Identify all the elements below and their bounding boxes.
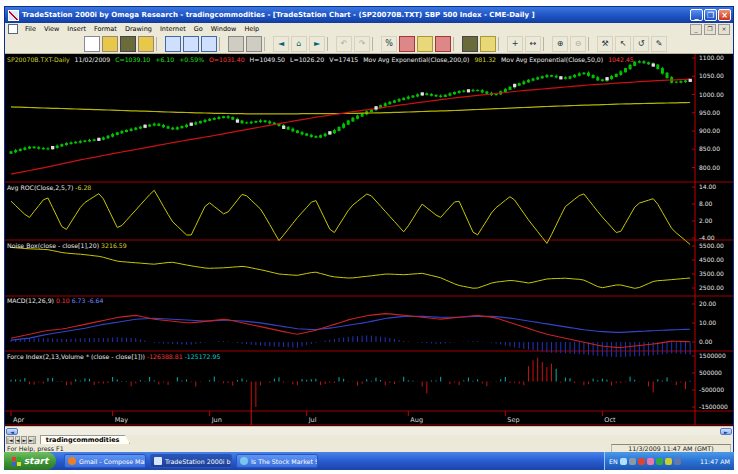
change-value: +6.10: [155, 56, 174, 63]
menu-go[interactable]: Go: [190, 25, 207, 33]
cursor-cross-icon[interactable]: +: [507, 36, 523, 52]
tray-icon-6[interactable]: [674, 458, 681, 465]
axis-tick-label: 500000: [699, 369, 722, 376]
macd-diff-value: -6.64: [87, 297, 103, 304]
axis-tick-label: 1000.00: [699, 91, 724, 98]
toolbar-separator: [219, 37, 225, 51]
new-data-window-icon[interactable]: [201, 36, 217, 52]
month-start-marker: [97, 138, 100, 141]
tray-icon-4[interactable]: [656, 458, 663, 465]
force-value-1: -126388.81: [147, 353, 183, 360]
chart-area[interactable]: 1100.001050.001000.00950.00900.00850.008…: [5, 54, 733, 426]
month-start-marker: [236, 120, 239, 123]
scroll-left-button[interactable]: ◄: [6, 428, 18, 435]
menu-internet[interactable]: Internet: [156, 25, 190, 33]
start-button[interactable]: start: [4, 452, 56, 470]
tray-icon-3[interactable]: [647, 458, 654, 465]
roc-pane-label: Avg ROC(Close,2,5,7) -6.28: [7, 184, 91, 191]
axis-tick-label: -1500000: [699, 403, 728, 410]
tray-icon-2[interactable]: [638, 458, 645, 465]
close-workspace-icon[interactable]: [138, 36, 154, 52]
save-workspace-icon[interactable]: [120, 36, 136, 52]
month-start-marker: [467, 89, 470, 92]
cursor-bars-icon[interactable]: ↔: [525, 36, 541, 52]
format-window-icon[interactable]: [417, 36, 433, 52]
tools-icon[interactable]: ⚒: [597, 36, 613, 52]
low-value: L=1026.20: [290, 56, 324, 63]
axis-tick-label: 950.00: [699, 109, 720, 116]
internet-forward-icon[interactable]: ►: [309, 36, 325, 52]
tab-nav-button-1[interactable]: ◄: [15, 436, 21, 444]
volume-value: V=17415: [329, 56, 358, 63]
redo-zoom-icon: ↷: [354, 36, 370, 52]
toolbar: ◄⌂►↶↷%+↔⊕⊖⚒↖↺✎: [5, 35, 733, 54]
noise-value: 3216.59: [101, 242, 127, 249]
axis-tick-label: 1500000: [699, 352, 726, 359]
toolbar-separator: [372, 37, 378, 51]
menu-help[interactable]: Help: [240, 25, 263, 33]
axis-tick-label: 900.00: [699, 127, 720, 134]
month-label: Oct: [604, 416, 616, 424]
drawing-tools-icon[interactable]: ✎: [651, 36, 667, 52]
insert-analysis-icon[interactable]: [399, 36, 415, 52]
child-minimize-button[interactable]: _: [690, 24, 702, 35]
month-start-marker: [374, 106, 377, 109]
undo-icon[interactable]: ↺: [633, 36, 649, 52]
tray-icon-5[interactable]: [665, 458, 672, 465]
new-chart-window-icon[interactable]: [165, 36, 181, 52]
chart-canvas[interactable]: 1100.001050.001000.00950.00900.00850.008…: [5, 54, 733, 426]
pointer-icon[interactable]: ↖: [615, 36, 631, 52]
month-start-marker: [328, 131, 331, 134]
month-label: Aug: [410, 416, 423, 424]
bar-date: 11/02/2009: [75, 56, 111, 63]
taskbar-button-tradestation[interactable]: TradeStation 2000i b...: [150, 454, 232, 468]
axis-tick-label: 5500.00: [699, 242, 724, 249]
month-label: Jul: [308, 416, 317, 424]
open-workspace-icon[interactable]: [102, 36, 118, 52]
tab-nav-button-3[interactable]: ►|: [28, 436, 36, 444]
tab-tradingcommodities[interactable]: tradingcommodities: [40, 435, 131, 445]
snapshot-icon[interactable]: [480, 36, 496, 52]
menu-format[interactable]: Format: [90, 25, 121, 33]
close-value: C=1039.10: [115, 56, 150, 63]
internet-home-icon[interactable]: ⌂: [291, 36, 307, 52]
new-quote-window-icon[interactable]: [183, 36, 199, 52]
zoom-in-icon[interactable]: ⊕: [552, 36, 568, 52]
child-close-button[interactable]: ×: [718, 24, 730, 35]
menu-window[interactable]: Window: [207, 25, 241, 33]
desktop: { "window": { "title": "TradeStation 200…: [0, 0, 738, 474]
print-icon[interactable]: [228, 36, 244, 52]
tab-nav-button-0[interactable]: |◄: [6, 436, 14, 444]
macd-signal-value: 6.73: [72, 297, 86, 304]
percent-change-icon[interactable]: %: [381, 36, 397, 52]
toolbar-separator: [588, 37, 594, 51]
month-label: Apr: [13, 416, 25, 424]
roc-value: -6.28: [75, 184, 91, 191]
new-workspace-icon[interactable]: [84, 36, 100, 52]
menu-drawing[interactable]: Drawing: [121, 25, 156, 33]
tray-icon-1[interactable]: [629, 458, 636, 465]
child-window-icon[interactable]: [8, 24, 18, 34]
tray-icon-0[interactable]: [620, 458, 627, 465]
minimize-button[interactable]: _: [690, 9, 703, 21]
close-button[interactable]: ×: [718, 9, 731, 21]
menu-insert[interactable]: Insert: [63, 25, 90, 33]
scroll-right-button[interactable]: ►: [720, 428, 732, 435]
horizontal-scrollbar[interactable]: ◄ ►: [5, 426, 733, 435]
delete-analysis-icon[interactable]: [435, 36, 451, 52]
page-setup-icon[interactable]: [246, 36, 262, 52]
menu-file[interactable]: File: [21, 25, 40, 33]
month-start-marker: [190, 123, 193, 126]
restore-button[interactable]: ❐: [704, 9, 717, 21]
language-indicator[interactable]: EN: [609, 458, 618, 465]
child-restore-button[interactable]: ❐: [704, 24, 716, 35]
title-bar[interactable]: TradeStation 2000i by Omega Research - t…: [5, 7, 733, 23]
menu-view[interactable]: View: [40, 25, 63, 33]
internet-back-icon[interactable]: ◄: [273, 36, 289, 52]
tab-nav-button-2[interactable]: ►: [21, 436, 27, 444]
taskbar-button-gmail[interactable]: Gmail - Compose Mail ...: [64, 454, 146, 468]
find-symbol-icon[interactable]: [462, 36, 478, 52]
tradestation-icon: [154, 457, 162, 465]
taskbar-button-ie[interactable]: Is The Stock Market S...: [236, 454, 318, 468]
axis-tick-label: 800.00: [699, 164, 720, 171]
